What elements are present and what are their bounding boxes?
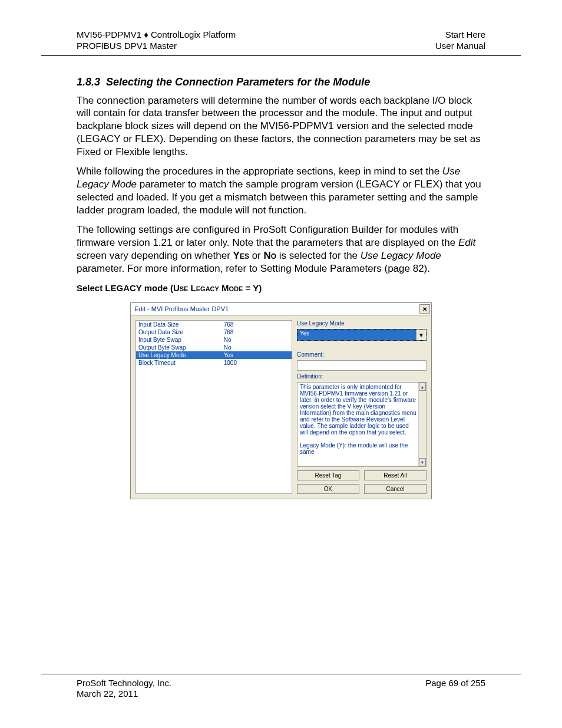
parameter-name: Input Byte Swap [138, 336, 224, 344]
footer-left: ProSoft Technology, Inc. March 22, 2011 [77, 678, 171, 700]
parameter-name: Input Data Size [138, 321, 224, 328]
paragraph-3: The following settings are configured in… [77, 223, 485, 275]
header-left-line2: PROFIBUS DPV1 Master [77, 41, 236, 52]
parameter-row[interactable]: Block Timeout1000 [136, 359, 292, 367]
parameter-value: 1000 [224, 359, 289, 367]
scroll-up-icon[interactable]: ▲ [419, 383, 426, 391]
parameter-editor: Use Legacy Mode Yes ▼ Comment: Definitio… [297, 320, 427, 494]
definition-text: This parameter is only implemented for M… [300, 384, 416, 455]
footer-page-number: Page 69 of 255 [425, 678, 485, 700]
section-number: 1.8.3 [77, 76, 100, 88]
dialog-title-text: Edit - MVI Profibus Master DPV1 [134, 305, 229, 312]
ok-button[interactable]: OK [297, 484, 359, 494]
header-left-line1: MVI56-PDPMV1 ♦ ControlLogix Platform [77, 29, 236, 41]
value-dropdown[interactable]: Yes ▼ [297, 329, 427, 341]
parameter-row[interactable]: Input Byte SwapNo [136, 336, 292, 344]
comment-label: Comment: [297, 351, 427, 358]
reset-tag-button[interactable]: Reset Tag [297, 470, 359, 480]
select-legacy-subheading: Select LEGACY mode (Use Legacy Mode = Y) [77, 283, 485, 293]
parameter-row[interactable]: Input Data Size768 [136, 321, 292, 328]
close-icon: ✕ [422, 306, 427, 312]
parameter-name: Use Legacy Mode [138, 351, 224, 359]
parameter-value: No [224, 336, 289, 344]
header-left: MVI56-PDPMV1 ♦ ControlLogix Platform PRO… [77, 29, 236, 52]
edit-dialog: Edit - MVI Profibus Master DPV1 ✕ Input … [130, 302, 432, 499]
section-title-text: Selecting the Connection Parameters for … [106, 76, 370, 88]
parameter-name: Block Timeout [138, 359, 224, 367]
comment-input[interactable] [297, 360, 427, 371]
paragraph-2: While following the procedures in the ap… [77, 165, 485, 216]
parameter-row[interactable]: Output Byte SwapNo [136, 344, 292, 351]
header-right: Start Here User Manual [435, 29, 485, 52]
parameter-value: No [224, 344, 289, 351]
section-heading: 1.8.3 Selecting the Connection Parameter… [77, 76, 485, 88]
parameter-row[interactable]: Use Legacy ModeYes [136, 351, 292, 359]
parameter-name: Output Byte Swap [138, 344, 224, 351]
parameter-list[interactable]: Input Data Size768Output Data Size768Inp… [135, 320, 292, 494]
field-label: Use Legacy Mode [297, 320, 427, 327]
page-footer: ProSoft Technology, Inc. March 22, 2011 … [41, 674, 521, 700]
scrollbar[interactable]: ▲ ▼ [418, 383, 426, 466]
cancel-button[interactable]: Cancel [364, 484, 427, 494]
parameter-value: Yes [224, 351, 289, 359]
scroll-down-icon[interactable]: ▼ [419, 458, 426, 466]
definition-label: Definition: [297, 373, 427, 380]
parameter-row[interactable]: Output Data Size768 [136, 328, 292, 336]
close-button[interactable]: ✕ [419, 304, 430, 314]
parameter-value: 768 [224, 328, 289, 336]
parameter-value: 768 [224, 321, 289, 328]
footer-company: ProSoft Technology, Inc. [77, 678, 171, 689]
dropdown-value: Yes [300, 330, 309, 337]
header-right-line1: Start Here [435, 29, 485, 41]
header-right-line2: User Manual [435, 41, 485, 52]
paragraph-1: The connection parameters will determine… [77, 94, 485, 159]
page-header: MVI56-PDPMV1 ♦ ControlLogix Platform PRO… [41, 29, 521, 56]
chevron-down-icon: ▼ [416, 330, 426, 340]
footer-date: March 22, 2011 [77, 689, 171, 700]
definition-box: This parameter is only implemented for M… [297, 382, 427, 467]
reset-all-button[interactable]: Reset All [364, 470, 427, 480]
parameter-name: Output Data Size [138, 328, 224, 336]
dialog-titlebar: Edit - MVI Profibus Master DPV1 ✕ [131, 303, 431, 315]
